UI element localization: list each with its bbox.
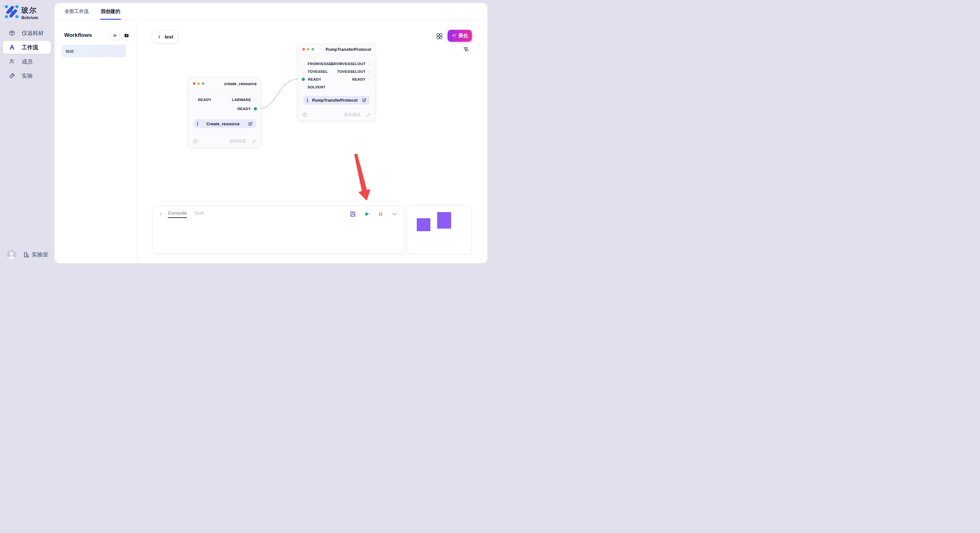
sidebar-item-members[interactable]: 成员 [3,55,51,68]
port-label: SOLVENT [307,85,325,89]
pencil-icon[interactable] [366,113,371,117]
workflow-item-name: test [66,48,73,54]
output-port-ready[interactable]: READY [352,77,371,82]
workflows-panel: Workflows test [54,20,137,263]
test-tube-icon [9,73,15,79]
sidebar-item-label: 实验 [22,72,33,80]
layout-command-icon[interactable] [435,32,444,40]
port-circle-connected[interactable] [254,107,257,110]
main-panel: 全部工作流 我创建的 Workflows [54,3,487,263]
port-label: READY [352,78,366,81]
sidebar: 玻尔 Bohrium 仪器耗材 工作流 [0,0,54,266]
run-play-icon[interactable] [364,211,370,217]
yellow-dot-icon [307,48,310,51]
bohrium-logo-icon [5,5,19,19]
output-port-labware[interactable]: LABWARE [232,97,257,102]
filter-icon[interactable] [463,46,469,53]
members-icon [9,58,15,65]
description-placeholder[interactable]: 添加描述... [229,138,250,144]
port-label: READY [237,107,251,111]
output-port-fromvesselout[interactable]: FROMVESSELOUT [331,62,371,66]
add-workflow-button[interactable] [110,31,119,40]
workflows-panel-title: Workflows [64,32,92,38]
workflow-canvas[interactable]: test 美化 [137,20,487,263]
node-traffic-dots [302,48,314,51]
tab-all-workflows[interactable]: 全部工作流 [65,3,89,20]
port-circle[interactable] [302,70,305,73]
port-label: LABWARE [232,98,251,102]
output-port-tovesselout[interactable]: TOVESSELOUT [337,69,371,74]
port-circle[interactable] [369,62,371,65]
lab-switcher[interactable]: 实验室 [23,251,48,259]
node-traffic-dots [193,82,205,85]
node-action-button[interactable]: Create_resource [194,119,256,128]
beautify-button[interactable]: 美化 [447,30,472,42]
user-avatar[interactable] [7,250,16,259]
save-icon[interactable] [350,211,356,217]
port-label: FROMVESSELOUT [331,62,366,66]
red-dot-icon [193,82,196,85]
lab-label: 实验室 [32,251,48,259]
green-dot-icon [202,82,205,85]
chevron-right-icon [157,35,161,39]
port-label: TOVESSEL [307,70,328,73]
tab-created-by-me[interactable]: 我创建的 [101,3,120,20]
output-port-ready[interactable]: READY [237,106,257,111]
edit-square-icon[interactable] [362,98,366,103]
port-circle[interactable] [302,62,305,65]
node-create-resource[interactable]: create_resource READY LABWARE READY Crea… [188,78,261,148]
port-circle[interactable] [369,70,371,73]
sidebar-nav: 仪器耗材 工作流 成员 [3,27,51,84]
green-dot-icon [312,48,314,51]
beautify-label: 美化 [458,33,468,39]
import-folder-button[interactable] [122,31,131,40]
brand-name-en: Bohrium [21,16,38,20]
console-tab[interactable]: Console [168,210,187,218]
node-action-label: Create_resource [198,121,248,126]
sidebar-item-label: 成员 [22,58,33,65]
node-pump-transfer-protocol[interactable]: PumpTransferProtocol FROMVESSEL FROMVESS… [298,44,375,121]
box-icon [9,30,15,36]
yellow-dot-icon [197,82,200,85]
port-circle[interactable] [302,86,305,89]
console-panel: Console Task [152,206,404,254]
workflow-tabs-bar: 全部工作流 我创建的 [54,3,487,20]
minimap-node-create-resource [417,218,430,231]
input-port-tovessel[interactable]: TOVESSEL [302,69,328,74]
node-action-button[interactable]: PumpTransferProtocol [303,96,370,105]
port-label: READY [198,98,211,102]
port-label: TOVESSELOUT [337,70,366,73]
input-port-ready[interactable]: READY [302,77,321,82]
info-icon[interactable] [302,112,307,117]
sidebar-item-label: 仪器耗材 [22,30,44,37]
input-port-ready[interactable]: READY [192,97,211,102]
input-port-fromvessel[interactable]: FROMVESSEL [302,62,334,66]
workflow-list-item-test[interactable]: test [62,45,126,57]
sidebar-item-experiment[interactable]: 实验 [3,69,51,82]
port-circle[interactable] [192,98,195,102]
console-collapse-icon[interactable] [159,212,163,216]
canvas-breadcrumb[interactable]: test [152,30,178,43]
sparkles-icon [452,33,457,38]
input-port-solvent[interactable]: SOLVENT [302,85,325,89]
sidebar-item-workflow[interactable]: 工作流 [3,41,51,54]
chevron-down-icon[interactable] [391,211,398,217]
edit-square-icon[interactable] [248,121,253,126]
pause-icon[interactable] [377,211,384,217]
minimap-node-pump-transfer [437,212,451,228]
sidebar-item-instruments[interactable]: 仪器耗材 [3,27,51,40]
port-circle-connected[interactable] [302,78,305,81]
breadcrumb-label: test [165,34,173,40]
port-circle[interactable] [369,78,371,81]
description-placeholder[interactable]: 添加描述... [344,112,364,117]
brand-name-cn: 玻尔 [21,5,38,15]
port-label: FROMVESSEL [307,62,334,66]
info-icon[interactable] [192,139,198,144]
minimap[interactable] [407,205,471,254]
workflow-icon [9,44,15,51]
port-circle[interactable] [254,98,257,102]
task-tab[interactable]: Task [194,210,204,218]
pencil-icon[interactable] [252,139,257,144]
building-icon [23,251,30,258]
node-title: create_resource [224,81,257,86]
